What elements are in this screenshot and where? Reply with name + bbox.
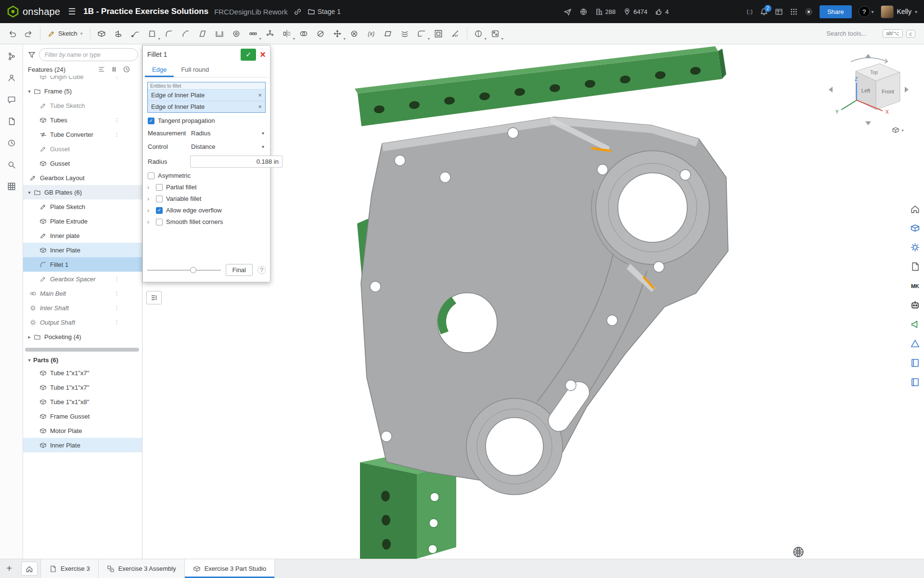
part-row-tube-1-x1-x7[interactable]: Tube 1"x1"x7" — [23, 380, 142, 394]
smooth-fillet-corners-checkbox[interactable] — [156, 219, 163, 225]
undo-button[interactable] — [4, 26, 20, 41]
comments-panel-button[interactable] — [4, 92, 19, 107]
onshape-logo[interactable]: onshape — [7, 5, 60, 18]
add-tab-button[interactable]: + — [0, 559, 18, 578]
fillet-button[interactable] — [161, 26, 177, 41]
measure-button[interactable] — [448, 26, 463, 41]
document-tab-exercise-3-assembly[interactable]: Exercise 3 Assembly — [99, 559, 185, 578]
drag-dots-icon[interactable]: ⋮ — [114, 117, 119, 123]
announce-tool-button[interactable] — [909, 318, 922, 331]
tangent-propagation-row[interactable]: Tangent propagation — [148, 117, 265, 124]
remove-entity-icon[interactable]: × — [258, 92, 262, 99]
library-a-tool-button[interactable] — [909, 356, 922, 369]
help-menu[interactable]: ? ▾ — [859, 6, 874, 17]
feature-row-gusset[interactable]: Gusset — [23, 156, 142, 171]
search-panel-button[interactable] — [4, 158, 19, 172]
asymmetric-checkbox[interactable] — [148, 172, 154, 179]
dialog-header[interactable]: Fillet 1 ✓ × — [143, 46, 270, 63]
feature-row-gusset[interactable]: Gusset — [23, 142, 142, 156]
view-cube-left-face[interactable]: Left — [861, 88, 870, 93]
control-dropdown[interactable]: Distance ▾ — [190, 142, 265, 151]
link-icon[interactable] — [294, 8, 302, 16]
partial-fillet-checkbox[interactable] — [156, 184, 163, 191]
option-row-allow-edge-overflow[interactable]: ›Allow edge overflow — [147, 207, 266, 214]
radius-input[interactable] — [190, 156, 282, 168]
cancel-button[interactable]: × — [260, 50, 266, 59]
rollback-icon[interactable] — [110, 66, 118, 73]
slider-knob[interactable] — [190, 267, 196, 273]
dialog-help-icon[interactable]: ? — [257, 266, 266, 274]
allow-edge-overflow-checkbox[interactable] — [156, 207, 163, 214]
chevron-down-icon[interactable]: ▾ — [26, 190, 33, 195]
library-b-tool-button[interactable] — [909, 376, 922, 389]
draft-button[interactable] — [195, 26, 211, 41]
feature-row-inter-shaft[interactable]: Inter Shaft⋮ — [23, 301, 142, 315]
sheet-metal-button[interactable]: ▾ — [414, 26, 430, 41]
extension-icon[interactable] — [805, 8, 813, 16]
expand-chevron-icon[interactable]: › — [147, 219, 153, 225]
robot-tools-tool-button[interactable] — [909, 299, 922, 312]
dialog-tab-full-round[interactable]: Full round — [174, 63, 216, 77]
circular-pattern-button[interactable] — [262, 26, 278, 41]
feature-row-output-shaft[interactable]: Output Shaft⋮ — [23, 315, 142, 329]
asymmetric-row[interactable]: Asymmetric — [148, 172, 265, 179]
show-dependencies-icon[interactable] — [98, 66, 105, 73]
frame-button[interactable] — [431, 26, 447, 41]
preview-slider[interactable] — [147, 270, 221, 271]
option-row-partial-fillet[interactable]: ›Partial fillet — [147, 184, 266, 191]
doc-tools-tool-button[interactable] — [909, 260, 922, 273]
option-row-variable-fillet[interactable]: ›Variable fillet — [147, 195, 266, 202]
variable-studio-button[interactable]: (x) — [363, 26, 379, 41]
split-button[interactable] — [313, 26, 329, 41]
chevron-right-icon[interactable]: ▸ — [26, 334, 33, 340]
feature-row-gb-plates-6[interactable]: ▾GB Plates (6) — [23, 185, 142, 199]
drag-dots-icon[interactable]: ⋮ — [114, 290, 119, 297]
tables-panel-button[interactable] — [4, 179, 19, 194]
document-tab-exercise-3[interactable]: Exercise 3 — [40, 559, 99, 578]
mkcad-tool-button[interactable]: MK — [909, 279, 922, 292]
part-row-frame-gusset[interactable]: Frame Gusset — [23, 409, 142, 423]
remove-entity-icon[interactable]: × — [258, 103, 262, 110]
menu-icon[interactable]: ☰ — [68, 6, 76, 17]
gear-tools-tool-button[interactable] — [909, 241, 922, 254]
parts-header[interactable]: ▾ Parts (6) — [23, 355, 142, 366]
public-globe-icon[interactable] — [579, 8, 588, 16]
appearance-button[interactable]: ▾ — [488, 26, 503, 41]
notifications-button[interactable]: 2 — [760, 8, 768, 16]
part-inner-plate[interactable] — [361, 117, 728, 495]
document-tab-exercise-3-part-studio[interactable]: Exercise 3 Part Studio — [185, 559, 275, 578]
part-row-inner-plate[interactable]: Inner Plate — [23, 438, 142, 452]
feature-row-tube-sketch[interactable]: Tube Sketch — [23, 98, 142, 113]
globe-button[interactable] — [792, 544, 808, 560]
drag-dots-icon[interactable]: ⋮ — [114, 131, 119, 138]
delete-part-button[interactable] — [346, 26, 362, 41]
view-cube[interactable]: Top Left Front Z Y X ▾ — [826, 52, 912, 130]
drag-dots-icon[interactable]: ⋮ — [114, 319, 119, 326]
workspace-selector[interactable]: Stage 1 — [308, 8, 341, 15]
hole-button[interactable] — [229, 26, 244, 41]
helix-button[interactable] — [397, 26, 413, 41]
copies-stat[interactable]: 288 — [595, 8, 616, 15]
transform-button[interactable]: ▾ — [330, 26, 346, 41]
share-button[interactable]: Share — [820, 5, 852, 18]
feature-row-gearbox-spacer[interactable]: Gearbox Spacer⋮ — [23, 272, 142, 286]
search-tools-input[interactable] — [826, 30, 879, 37]
entity-row-1[interactable]: Edge of Inner Plate× — [148, 89, 265, 101]
expand-chevron-icon[interactable]: › — [147, 184, 153, 191]
document-notes-panel-button[interactable] — [4, 114, 19, 129]
confirm-button[interactable]: ✓ — [241, 49, 256, 61]
plane-button[interactable] — [380, 26, 396, 41]
dialog-tab-edge[interactable]: Edge — [145, 63, 174, 77]
option-row-smooth-fillet-corners[interactable]: ›Smooth fillet corners — [147, 218, 266, 225]
redo-button[interactable] — [21, 26, 37, 41]
revolve-button[interactable] — [111, 26, 127, 41]
3d-viewport[interactable]: Fillet 1 ✓ × EdgeFull round Entities to … — [142, 44, 924, 559]
home-tab-button[interactable] — [21, 562, 38, 576]
feature-row-pocketing-4[interactable]: ▸Pocketing (4) — [23, 329, 142, 344]
feature-row-inner-plate[interactable]: Inner plate — [23, 228, 142, 243]
variable-fillet-checkbox[interactable] — [156, 196, 163, 202]
sketch-button[interactable]: Sketch ▾ — [44, 26, 87, 41]
boolean-button[interactable] — [296, 26, 312, 41]
follow-panel-button[interactable] — [4, 71, 19, 85]
send-icon[interactable] — [564, 8, 572, 16]
